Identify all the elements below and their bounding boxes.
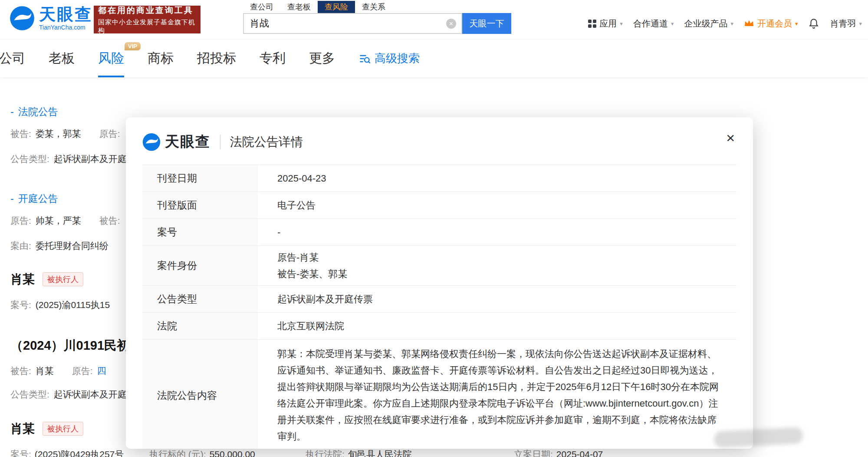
search-button[interactable]: 天眼一下	[462, 13, 511, 34]
amount-label: 执行标的 (元):	[149, 449, 206, 457]
nav-apps-label: 应用	[599, 18, 617, 30]
person1-case-number: 案号: (2025)渝0115执15	[10, 299, 110, 311]
search-input[interactable]	[244, 18, 446, 29]
advanced-search-label: 高级搜索	[375, 51, 420, 66]
person-result-row[interactable]: 肖某 被执行人	[10, 271, 83, 288]
hearing-announcement-section[interactable]: - 开庭公告	[10, 192, 58, 205]
nav-apps[interactable]: 应用 ▾	[588, 18, 623, 30]
announcement-detail-table: 刊登日期 2025-04-23 刊登版面 电子公告 案号 - 案件身份 原告-肖…	[142, 165, 736, 449]
subnav-risk[interactable]: 风险 VIP	[98, 40, 124, 77]
person-name[interactable]: 肖某	[10, 271, 35, 288]
publish-edition-value: 电子公告	[257, 192, 736, 219]
announcement-content-value: 郭某：本院受理肖某与娄某、郭某网络侵权责任纠纷一案，现依法向你公告送达起诉状副本…	[257, 340, 736, 449]
case-number-value: -	[257, 219, 736, 245]
nav-enterprise-label: 企业级产品	[684, 18, 727, 30]
logo-name: 天眼查	[39, 6, 92, 23]
defendant-label: 被告:	[99, 215, 120, 227]
filing-date: 立案日期:2025-04-07	[514, 448, 603, 457]
tianyancha-logo-icon	[10, 6, 35, 31]
category-nav: 公司 老板 风险 VIP 商标 招投标 专利 更多 高级搜索	[0, 39, 868, 77]
court-announcement-section[interactable]: - 法院公告	[10, 105, 58, 119]
hearing-parties: 原告: 帅某，严某 被告:	[10, 215, 125, 227]
case-number-label: 案号:	[10, 299, 31, 311]
advanced-search-icon	[358, 53, 371, 65]
logo-domain: TianYanCha.com	[39, 24, 92, 31]
advanced-search-link[interactable]: 高级搜索	[358, 40, 420, 77]
subnav-boss[interactable]: 老板	[49, 40, 75, 77]
filing-date-label: 立案日期:	[514, 449, 553, 457]
plaintiff-company-link[interactable]: 四	[97, 365, 106, 377]
court-announcement-detail-modal: 天眼查 法院公告详情 × 刊登日期 2025-04-23 刊登版面 电子公告 案…	[126, 117, 753, 449]
cause-label: 案由:	[10, 240, 31, 252]
defendant-value: 肖某	[36, 365, 54, 377]
tianyancha-logo-icon	[142, 133, 161, 151]
search-box: ×	[243, 13, 462, 34]
plaintiff-value: 帅某，严某	[36, 215, 81, 227]
execution-amount: 执行标的 (元):550,000.00	[149, 448, 255, 457]
announcement-type-label: 公告类型:	[10, 153, 49, 165]
person-name[interactable]: 肖某	[10, 421, 35, 437]
defendant-value: 娄某，郭某	[36, 128, 81, 140]
table-row: 法院 北京互联网法院	[142, 313, 736, 340]
plaintiff-label: 原告:	[10, 215, 31, 227]
nav-enterprise-products[interactable]: 企业级产品 ▾	[684, 18, 733, 30]
tab-search-risk[interactable]: 查风险	[318, 1, 355, 13]
nav-cooperation[interactable]: 合作通道 ▾	[633, 18, 674, 30]
tab-search-company[interactable]: 查公司	[243, 1, 280, 13]
subnav-company[interactable]: 公司	[0, 40, 25, 77]
modal-title: 法院公告详情	[230, 134, 303, 150]
apps-grid-icon	[588, 20, 596, 28]
nav-cooperation-label: 合作通道	[633, 18, 668, 30]
nav-open-membership[interactable]: 开通会员 ▾	[744, 18, 798, 30]
case-2024-type: 公告类型: 起诉状副本及开庭传票	[10, 388, 145, 401]
announcement-type-label: 公告类型:	[10, 388, 49, 401]
subnav-more[interactable]: 更多	[309, 40, 335, 77]
chevron-down-icon: ▾	[620, 20, 623, 27]
table-row: 法院公告内容 郭某：本院受理肖某与娄某、郭某网络侵权责任纠纷一案，现依法向你公告…	[142, 340, 736, 449]
collapse-icon[interactable]: -	[10, 106, 14, 118]
case-number-label: 案号	[142, 219, 257, 245]
cause-value: 委托理财合同纠纷	[36, 240, 108, 252]
defendant-label: 被告:	[10, 128, 31, 140]
announcement-type-label: 公告类型	[142, 286, 257, 312]
defendant-label: 被告:	[10, 365, 31, 377]
user-menu[interactable]: 肖青羽 ▾	[830, 18, 862, 30]
subnav-bidding[interactable]: 招投标	[197, 40, 236, 77]
tab-search-boss[interactable]: 查老板	[280, 1, 318, 13]
top-nav: 应用 ▾ 合作通道 ▾ 企业级产品 ▾ 开通会员 ▾ 肖青羽 ▾	[588, 13, 862, 34]
tab-search-relation[interactable]: 查关系	[355, 1, 392, 13]
subnav-trademark[interactable]: 商标	[148, 40, 174, 77]
clear-search-icon[interactable]: ×	[446, 19, 456, 29]
case-2024-title[interactable]: （2024）川0191民初	[10, 337, 129, 354]
court-announcement-parties: 被告: 娄某，郭某 原告:	[10, 128, 125, 140]
publish-date-label: 刊登日期	[142, 165, 257, 192]
subnav-patent[interactable]: 专利	[260, 40, 286, 77]
plaintiff-label: 原告:	[72, 365, 93, 377]
crown-icon	[744, 19, 754, 28]
close-icon[interactable]: ×	[726, 130, 735, 145]
divider	[220, 135, 220, 149]
case-number-value: (2025)渝0115执15	[36, 299, 110, 311]
user-name: 肖青羽	[830, 18, 856, 30]
table-row: 刊登日期 2025-04-23	[142, 165, 736, 192]
court-label: 执行法院:	[306, 449, 345, 457]
modal-logo-text: 天眼查	[165, 132, 210, 152]
notifications-button[interactable]	[808, 18, 819, 29]
site-logo[interactable]: 天眼查 TianYanCha.com	[10, 6, 92, 31]
court-value: 北京互联网法院	[257, 313, 736, 339]
vip-badge: VIP	[125, 42, 141, 50]
subnav-risk-label: 风险	[98, 50, 124, 67]
bell-icon	[808, 18, 819, 29]
case-number-value: (2025)陕0429执257号	[35, 449, 124, 457]
modal-header: 天眼查 法院公告详情	[126, 117, 753, 163]
chevron-down-icon: ▾	[730, 20, 733, 27]
hearing-cause: 案由: 委托理财合同纠纷	[10, 240, 108, 252]
chevron-down-icon: ▾	[859, 20, 862, 27]
collapse-icon[interactable]: -	[10, 193, 14, 205]
executed-person-badge: 被执行人	[43, 272, 83, 286]
person-result-row[interactable]: 肖某 被执行人	[10, 421, 83, 437]
case-number-label: 案号:	[10, 449, 31, 457]
case-2024-parties: 被告: 肖某 原告: 四	[10, 365, 106, 377]
promo-line2: 国家中小企业发展子基金旗下机构	[98, 18, 196, 35]
court-announcement-type: 公告类型: 起诉状副本及开庭传票	[10, 153, 145, 165]
